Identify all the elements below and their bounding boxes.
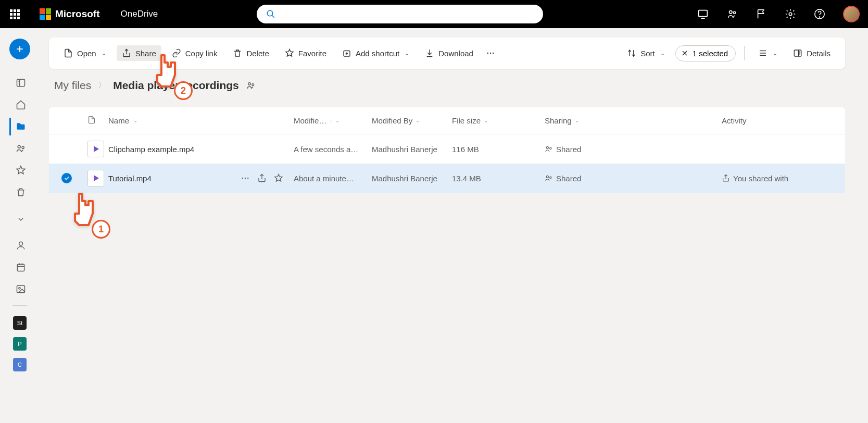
svg-point-39 [245,178,246,179]
sidebar-app-st[interactable]: St [13,316,27,330]
share-icon[interactable] [257,173,267,183]
file-modified: About a minute… [294,174,354,183]
chevron-down-icon: ⌄ [773,50,777,57]
monitor-icon[interactable] [697,8,709,20]
column-name[interactable]: Name⌄ [108,116,294,125]
more-button[interactable] [484,45,497,61]
search-icon [266,9,275,19]
microsoft-logo[interactable]: Microsoft [40,8,100,20]
share-button[interactable]: Share [117,45,161,61]
column-modifiedby[interactable]: Modified By⌄ [372,116,452,125]
info-panel-icon [793,48,802,58]
search-input[interactable] [281,10,534,18]
flag-icon[interactable] [756,8,767,20]
shortcut-icon [342,48,351,58]
sort-label: Sort [640,49,655,58]
chevron-down-icon: ⌄ [102,50,106,57]
people-icon [246,81,256,90]
open-label: Open [77,49,96,58]
sidebar-expand-icon[interactable] [9,210,30,228]
more-icon [486,48,495,58]
svg-point-35 [252,84,254,86]
help-icon[interactable] [814,8,825,20]
annotation-pointer-1: 1 [64,189,100,238]
svg-point-0 [268,10,273,16]
file-sharing: Shared [556,174,581,183]
view-button[interactable]: ⌄ [753,45,783,61]
chevron-down-icon: ⌄ [575,118,579,123]
search-box[interactable] [257,5,543,23]
download-icon [425,48,434,58]
svg-point-37 [550,147,551,149]
file-size: 13.4 MB [452,174,481,183]
file-row[interactable]: Tutorial.mp4 About a minute… Madhushri B… [49,164,845,193]
svg-point-5 [734,11,736,14]
new-button[interactable]: + [9,39,30,59]
svg-rect-9 [17,79,24,86]
favorite-button[interactable]: Favorite [280,45,332,61]
global-header: Microsoft OneDrive [0,0,868,28]
column-sharing[interactable]: Sharing⌄ [545,116,722,125]
close-icon[interactable] [681,49,688,57]
chevron-down-icon: ⌄ [416,118,420,123]
details-button[interactable]: Details [788,45,836,61]
svg-line-1 [272,15,275,18]
more-icon[interactable] [241,173,250,183]
sidebar-item-favorites[interactable] [9,161,30,179]
selection-pill[interactable]: 1 selected [675,45,736,61]
file-sharing: Shared [556,145,581,154]
column-modified[interactable]: Modifie…↓⌄ [294,116,372,125]
sidebar-item-recycle[interactable] [9,183,30,201]
file-row[interactable]: Clipchamp example.mp4 A few seconds a… M… [49,134,845,164]
svg-point-38 [242,178,243,179]
file-modifiedby: Madhushri Banerje [372,174,437,183]
chevron-right-icon: 〉 [98,81,106,90]
open-button[interactable]: Open ⌄ [58,45,111,61]
svg-point-32 [800,52,800,52]
copylink-label: Copy link [185,49,218,58]
breadcrumb-root[interactable]: My files [54,79,91,92]
svg-point-41 [546,176,548,178]
settings-icon[interactable] [785,8,796,20]
copylink-button[interactable]: Copy link [167,45,223,61]
sidebar-item-home[interactable] [9,96,30,114]
sidebar-item-photos[interactable] [9,280,30,298]
teams-icon[interactable] [726,8,738,20]
file-modified: A few seconds a… [294,145,358,154]
download-button[interactable]: Download [420,45,479,61]
people-icon [545,174,553,182]
sidebar-item-calendar[interactable] [9,258,30,276]
app-launcher-icon[interactable] [8,8,21,20]
microsoft-flag-icon [40,8,51,20]
star-icon[interactable] [274,173,283,183]
svg-point-14 [19,242,22,245]
column-size[interactable]: File size⌄ [452,116,545,125]
trash-icon [233,48,242,58]
user-avatar[interactable] [843,6,860,22]
svg-point-23 [490,53,491,54]
addshortcut-button[interactable]: Add shortcut ⌄ [337,45,414,61]
sidebar-item-people[interactable] [9,237,30,254]
sort-down-icon: ↓ [330,118,332,123]
sidebar-item-myfiles[interactable] [9,118,30,135]
video-file-icon [87,141,104,157]
command-toolbar: Open ⌄ Share Copy link Delete Favorite A… [49,38,845,69]
share-label: Share [135,49,156,58]
chevron-down-icon: ⌄ [484,118,488,123]
sort-button[interactable]: Sort ⌄ [622,45,670,61]
list-view-icon [758,48,768,58]
app-name[interactable]: OneDrive [121,9,158,19]
delete-button[interactable]: Delete [228,45,274,61]
svg-point-12 [18,145,20,148]
sidebar-divider [12,305,27,306]
column-activity[interactable]: Activity [722,116,835,125]
sidebar-item-shared[interactable] [9,140,30,157]
row-checkbox-checked[interactable] [61,173,72,183]
share-icon [122,48,131,58]
svg-rect-19 [17,285,24,292]
chevron-down-icon: ⌄ [133,118,137,123]
file-name: Clipchamp example.mp4 [108,145,194,154]
sidebar-app-p[interactable]: P [13,337,27,351]
sidebar-item-panel[interactable] [9,74,30,92]
sidebar-app-c[interactable]: C [13,358,27,371]
